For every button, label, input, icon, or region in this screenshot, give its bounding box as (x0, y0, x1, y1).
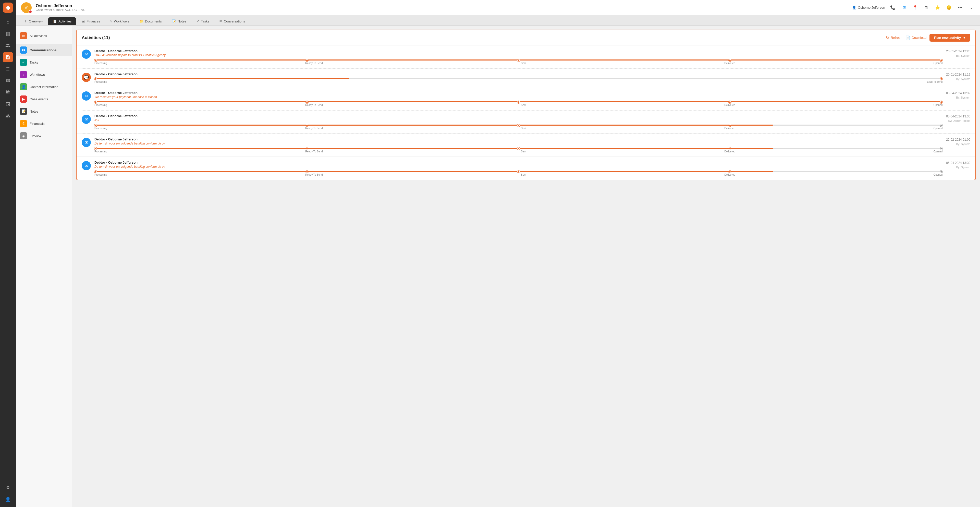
progress-track: Processing Ready To Send Sent Delivered … (94, 101, 942, 107)
activity-item: ✉ Debtor - Osborne Jefferson link (76, 110, 975, 134)
progress-track: Processing Ready To Send Sent Delivered … (94, 147, 942, 153)
top-user-name: Osborne Jefferson (858, 6, 885, 10)
activity-date: 05-04-2024 13:30 (946, 161, 970, 165)
tab-tasks[interactable]: ✓ Tasks (192, 18, 214, 25)
refresh-button[interactable]: ↻ Refresh (886, 35, 902, 40)
sidebar-item-notes[interactable]: 📝 Notes (16, 105, 72, 118)
nav-team[interactable] (3, 111, 13, 121)
top-bar: ♂ Osborne Jefferson Case owner number: A… (16, 0, 980, 15)
progress-track: Processing Ready To Send Sent Delivered … (94, 171, 942, 176)
sidebar-item-case-events[interactable]: ▶ Case events (16, 93, 72, 105)
activity-email-icon: ✉ (82, 161, 91, 170)
sidebar-item-tasks[interactable]: ✓ Tasks (16, 56, 72, 69)
sidebar-item-finview[interactable]: ◈ FinView (16, 130, 72, 142)
finview-icon: ◈ (20, 132, 27, 139)
activity-by: By: System (946, 77, 970, 81)
expand-icon[interactable]: ⌄ (968, 4, 975, 11)
activity-email-icon: ✉ (82, 115, 91, 124)
notes-label: Notes (30, 110, 38, 113)
nav-user[interactable]: 👤 (3, 494, 13, 504)
app-logo[interactable]: ◆ (3, 3, 13, 13)
activity-title: Debtor - Osborne Jefferson (94, 49, 942, 53)
sidebar-item-financials[interactable]: € Financials (16, 118, 72, 130)
activity-date: 20-01-2024 12:20 (946, 49, 970, 54)
activity-by: By: Darren Tebbitt (946, 119, 970, 123)
workflows-label: Workflows (30, 73, 45, 77)
communications-label: Communications (30, 48, 56, 52)
download-button[interactable]: 📄 Download (905, 35, 927, 40)
activity-item: ✉ Debtor - Osborne Jefferson De termijn … (76, 157, 975, 180)
email-icon[interactable]: ✉ (900, 4, 907, 11)
coin-icon[interactable]: 🪙 (945, 4, 953, 11)
nav-mail[interactable]: ✉ (3, 76, 13, 86)
nav-records[interactable] (3, 52, 13, 62)
main-area: ♂ Osborne Jefferson Case owner number: A… (16, 0, 980, 507)
star-icon[interactable]: ⭐ (934, 4, 941, 11)
nav-bank[interactable]: 🏛 (3, 87, 13, 97)
activity-meta: 05-04-2024 13:32 By: System (946, 91, 970, 100)
tab-activities[interactable]: 📋 Activities (48, 18, 76, 25)
nav-cases[interactable]: ▤ (3, 29, 13, 39)
activity-by: By: System (946, 165, 970, 169)
refresh-icon: ↻ (886, 35, 889, 40)
activity-item: 💬 Debtor - Osborne Jefferson (76, 69, 975, 87)
activity-date: 05-04-2024 13:30 (946, 114, 970, 119)
activity-item: ✉ Debtor - Osborne Jefferson De termijn … (76, 134, 975, 157)
progress-track: Processing Ready To Send Sent Delivered … (94, 59, 942, 65)
communications-icon: ✉ (20, 46, 27, 54)
activity-body: Debtor - Osborne Jefferson De termijn vo… (94, 137, 942, 153)
nav-home[interactable]: ⌂ (3, 17, 13, 27)
tasks-icon: ✓ (20, 59, 27, 66)
activity-date: 22-02-2024 01:00 (946, 137, 970, 142)
all-activities-label: All activities (30, 34, 47, 38)
delete-icon[interactable]: 🗑 (923, 4, 930, 11)
download-label: Download (912, 36, 927, 40)
financials-icon: € (20, 120, 27, 127)
activity-email-icon: ✉ (82, 49, 91, 59)
activity-by: By: System (946, 54, 970, 58)
nav-workflow[interactable] (3, 99, 13, 109)
refresh-label: Refresh (891, 36, 902, 40)
case-number: Case owner number: ACC-DCI-2702 (36, 8, 848, 12)
activity-subtitle: De termijn voor uw volgende betaling con… (94, 165, 942, 169)
activity-by: By: System (946, 142, 970, 146)
activity-item: ✉ Debtor - Osborne Jefferson £842.46 rem… (76, 45, 975, 69)
tab-workflows[interactable]: ⑂ Workflows (106, 18, 134, 25)
tab-documents[interactable]: 📁 Documents (135, 18, 166, 25)
tab-notes[interactable]: 📝 Notes (167, 18, 191, 25)
tab-conversations[interactable]: ✉ Conversations (215, 18, 250, 25)
sidebar-item-contact-information[interactable]: 👤 Contact information (16, 81, 72, 93)
phone-icon[interactable]: 📞 (889, 4, 896, 11)
case-name: Osborne Jefferson (36, 3, 848, 8)
workflows-icon: ⑂ (20, 71, 27, 78)
content-area: ⊕ All activities ✉ Communications ✓ Task… (16, 26, 980, 507)
nav-settings[interactable]: ⚙ (3, 483, 13, 493)
finview-label: FinView (30, 134, 41, 138)
activity-meta: 20-01-2024 11:19 By: System (946, 72, 970, 81)
sidebar-item-workflows[interactable]: ⑂ Workflows (16, 69, 72, 81)
activity-title: Debtor - Osborne Jefferson (94, 114, 942, 118)
contact-info-icon: 👤 (20, 83, 27, 90)
activity-item: ✉ Debtor - Osborne Jefferson We received… (76, 87, 975, 110)
location-icon[interactable]: 📍 (912, 4, 919, 11)
nav-data[interactable] (3, 64, 13, 74)
activity-subtitle: De termijn voor uw volgende betaling con… (94, 142, 942, 145)
plan-activity-button[interactable]: Plan new activity ▼ (929, 34, 970, 41)
download-icon: 📄 (905, 35, 910, 40)
plan-activity-label: Plan new activity (934, 36, 961, 40)
activity-title: Debtor - Osborne Jefferson (94, 91, 942, 95)
more-icon[interactable]: ••• (956, 4, 964, 11)
sidebar-item-communications[interactable]: ✉ Communications (16, 44, 72, 56)
top-user: 👤 Osborne Jefferson (852, 6, 885, 10)
activity-subtitle: link (94, 118, 942, 122)
notes-icon: 📝 (20, 108, 27, 115)
tab-overview[interactable]: ⬇ Overview (20, 18, 47, 25)
activities-header: Activities (11) ↻ Refresh 📄 Download Pla… (76, 30, 975, 45)
financials-label: Financials (30, 122, 45, 126)
tab-finances[interactable]: 🏛 Finances (77, 18, 105, 25)
nav-contacts[interactable] (3, 40, 13, 51)
sidebar-item-all-activities[interactable]: ⊕ All activities (16, 30, 72, 42)
activity-subtitle: £842.46 remains unpaid to branDiT Creati… (94, 53, 942, 57)
activity-by: By: System (946, 96, 970, 100)
activity-meta: 05-04-2024 13:30 By: Darren Tebbitt (946, 114, 970, 123)
